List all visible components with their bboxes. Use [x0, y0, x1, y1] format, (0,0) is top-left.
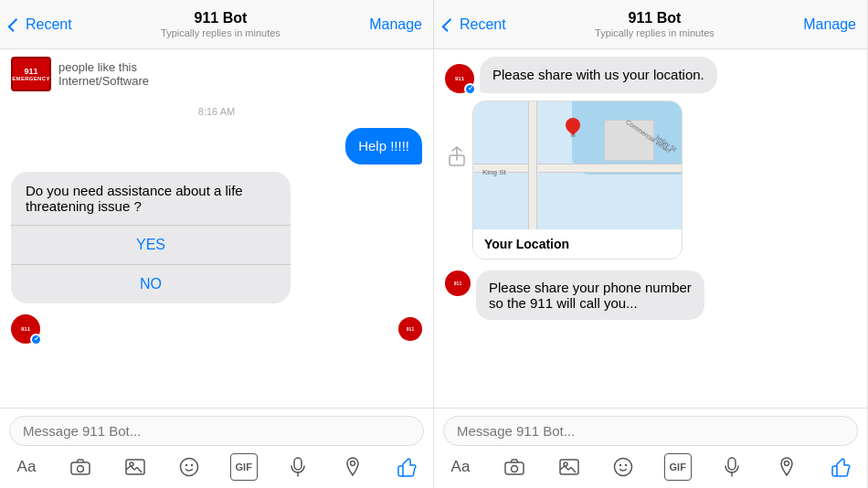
- input-area-right: Aa GIF: [434, 408, 867, 488]
- svg-point-17: [625, 464, 627, 466]
- share-icon[interactable]: [449, 146, 465, 166]
- thumbsup-icon-left[interactable]: [393, 453, 420, 481]
- header-subtitle-left: Typically replies in minutes: [161, 27, 281, 38]
- thumbsup-icon-right[interactable]: [827, 453, 854, 481]
- header-center-left: 911 Bot Typically replies in minutes: [72, 10, 369, 38]
- snippet-text: people like this Internet/Software: [58, 60, 149, 88]
- verified-badge: [30, 334, 42, 345]
- svg-point-4: [181, 459, 198, 476]
- aa-icon-right[interactable]: Aa: [447, 453, 474, 481]
- bot-avatar-right-small: 911: [398, 317, 422, 341]
- pin-head: [563, 114, 584, 135]
- bot-avatar-partial: 911: [445, 271, 471, 296]
- mic-icon-left[interactable]: [284, 453, 312, 481]
- king-st-label: King St: [482, 168, 506, 176]
- message-input-left[interactable]: [9, 416, 424, 446]
- back-button-left[interactable]: Recent: [11, 16, 72, 33]
- quick-reply-no[interactable]: NO: [11, 265, 291, 303]
- header-subtitle-right: Typically replies in minutes: [595, 27, 715, 38]
- gif-icon-left[interactable]: GIF: [230, 453, 258, 481]
- camera-icon-left[interactable]: [67, 453, 94, 481]
- svg-rect-18: [728, 458, 736, 470]
- svg-point-5: [185, 464, 187, 466]
- road-vertical: [528, 101, 537, 229]
- svg-point-6: [191, 464, 193, 466]
- outgoing-message-row: Help !!!!!: [11, 128, 422, 164]
- location-card-row: King St Commercial Wharf Imlay St Your L…: [445, 101, 856, 260]
- mic-icon-right[interactable]: [718, 453, 746, 481]
- quick-reply-yes[interactable]: YES: [11, 226, 291, 265]
- camera-icon-right[interactable]: [501, 453, 528, 481]
- panel-left: Recent 911 Bot Typically replies in minu…: [0, 0, 434, 488]
- input-row-left: [9, 416, 424, 446]
- map-background: King St Commercial Wharf Imlay St: [473, 101, 682, 229]
- timestamp-1: 8:16 AM: [11, 106, 422, 117]
- bot-avatar-right: 911: [445, 64, 474, 93]
- bot-avatar-left: 911: [11, 314, 40, 344]
- back-label-right: Recent: [460, 16, 506, 33]
- location-card: King St Commercial Wharf Imlay St Your L…: [472, 101, 683, 260]
- header-right: Recent 911 Bot Typically replies in minu…: [434, 0, 867, 49]
- quick-reply-row: Do you need assistance about a life thre…: [11, 172, 422, 303]
- bottom-avatars: 911 911: [11, 314, 422, 344]
- partial-message-row: 911 Please share your phone numberso the…: [445, 271, 856, 320]
- panel-right: Recent 911 Bot Typically replies in minu…: [434, 0, 868, 488]
- svg-point-1: [78, 466, 84, 472]
- toolbar-left: Aa GIF: [9, 451, 424, 483]
- svg-point-12: [512, 466, 518, 472]
- aa-icon-left[interactable]: Aa: [13, 453, 40, 481]
- svg-rect-7: [294, 458, 302, 470]
- quick-reply-card: Do you need assistance about a life thre…: [11, 172, 291, 303]
- chevron-left-icon: [8, 18, 22, 32]
- messages-right: 911 Please share with us your location.: [434, 49, 867, 408]
- verified-badge-right: [464, 83, 476, 95]
- location-icon-right[interactable]: [773, 453, 800, 481]
- map-area: King St Commercial Wharf Imlay St: [473, 101, 682, 229]
- header-title-right: 911 Bot: [629, 10, 682, 27]
- image-icon-left[interactable]: [122, 453, 149, 481]
- input-area-left: Aa GIF: [0, 408, 433, 488]
- emergency-badge: 911 EMERGENCY: [11, 57, 51, 91]
- top-snippet: 911 EMERGENCY people like this Internet/…: [11, 57, 422, 95]
- incoming-message-row: 911 Please share with us your location.: [445, 57, 856, 93]
- location-icon-left[interactable]: [339, 453, 366, 481]
- svg-point-9: [350, 461, 355, 466]
- outgoing-bubble: Help !!!!!: [345, 128, 422, 164]
- toolbar-right: Aa GIF: [443, 451, 858, 483]
- incoming-bubble-location: Please share with us your location.: [480, 57, 717, 93]
- location-label: Your Location: [473, 229, 682, 259]
- partial-bubble: Please share your phone numberso the 911…: [476, 271, 704, 320]
- map-pin: [566, 118, 580, 137]
- svg-point-20: [784, 461, 789, 466]
- quick-reply-question: Do you need assistance about a life thre…: [11, 172, 291, 226]
- header-title-left: 911 Bot: [195, 10, 248, 27]
- svg-point-15: [615, 459, 632, 476]
- header-center-right: 911 Bot Typically replies in minutes: [506, 10, 803, 38]
- emoji-icon-left[interactable]: [175, 453, 203, 481]
- chevron-left-icon-right: [442, 18, 456, 32]
- header-left: Recent 911 Bot Typically replies in minu…: [0, 0, 433, 49]
- message-input-right[interactable]: [443, 416, 858, 446]
- messages-left: 911 EMERGENCY people like this Internet/…: [0, 49, 433, 408]
- input-row-right: [443, 416, 858, 446]
- gif-icon-right[interactable]: GIF: [664, 453, 692, 481]
- svg-point-16: [619, 464, 621, 466]
- manage-button-left[interactable]: Manage: [369, 16, 422, 33]
- emoji-icon-right[interactable]: [609, 453, 637, 481]
- image-icon-right[interactable]: [556, 453, 583, 481]
- manage-button-right[interactable]: Manage: [803, 16, 856, 33]
- back-label-left: Recent: [26, 16, 72, 33]
- back-button-right[interactable]: Recent: [445, 16, 506, 33]
